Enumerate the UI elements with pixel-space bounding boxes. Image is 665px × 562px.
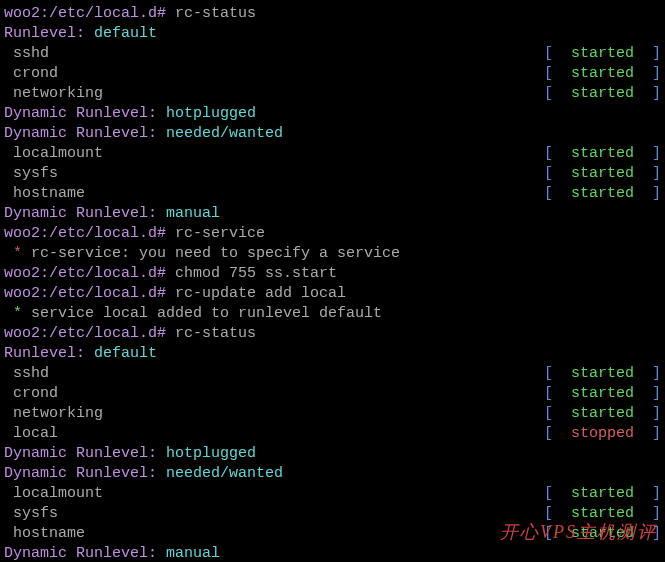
runlevel-label: Dynamic Runlevel: — [4, 105, 166, 122]
bracket: ] — [652, 65, 661, 82]
command: rc-status — [175, 325, 256, 342]
bracket: ] — [652, 505, 661, 522]
bracket: [ — [544, 385, 553, 402]
service-line: localmount[ started ] — [4, 144, 661, 164]
dynamic-runlevel-line: Dynamic Runlevel: needed/wanted — [4, 124, 661, 144]
service-line: sshd[ started ] — [4, 44, 661, 64]
message-line: * service local added to runlevel defaul… — [4, 304, 661, 324]
runlevel-label: Dynamic Runlevel: — [4, 205, 166, 222]
service-name: networking — [4, 404, 544, 424]
dynamic-runlevel-line: Dynamic Runlevel: hotplugged — [4, 104, 661, 124]
status-started: started — [553, 485, 652, 502]
bracket: [ — [544, 505, 553, 522]
status-started: started — [553, 365, 652, 382]
service-name: hostname — [4, 184, 544, 204]
service-name: hostname — [4, 524, 544, 544]
service-name: sysfs — [4, 164, 544, 184]
runlevel-value: needed/wanted — [166, 465, 283, 482]
service-name: sshd — [4, 44, 544, 64]
prompt: woo2:/etc/local.d# — [4, 5, 175, 22]
runlevel-label: Dynamic Runlevel: — [4, 445, 166, 462]
prompt: woo2:/etc/local.d# — [4, 265, 175, 282]
bracket: ] — [652, 385, 661, 402]
service-line: localmount[ started ] — [4, 484, 661, 504]
status-started: started — [553, 65, 652, 82]
bracket: [ — [544, 85, 553, 102]
service-line: local[ stopped ] — [4, 424, 661, 444]
star-icon: * — [4, 305, 31, 322]
bracket: [ — [544, 405, 553, 422]
service-name: sshd — [4, 364, 544, 384]
error-text: rc-service: you need to specify a servic… — [31, 245, 400, 262]
runlevel-label: Runlevel: — [4, 25, 94, 42]
status-stopped: stopped — [553, 425, 652, 442]
bracket: [ — [544, 365, 553, 382]
service-line: crond[ started ] — [4, 64, 661, 84]
service-line: hostname[ started ] — [4, 184, 661, 204]
command: rc-service — [175, 225, 265, 242]
bracket: ] — [652, 185, 661, 202]
prompt: woo2:/etc/local.d# — [4, 285, 175, 302]
service-name: crond — [4, 384, 544, 404]
service-line: sysfs[ started ] — [4, 164, 661, 184]
star-icon: * — [4, 245, 31, 262]
bracket: ] — [652, 425, 661, 442]
status-started: started — [553, 45, 652, 62]
bracket: ] — [652, 485, 661, 502]
bracket: ] — [652, 165, 661, 182]
service-name: local — [4, 424, 544, 444]
watermark-text: 开心VPS主机测评 — [500, 522, 657, 542]
prompt: woo2:/etc/local.d# — [4, 225, 175, 242]
status-started: started — [553, 385, 652, 402]
runlevel-value: default — [94, 25, 157, 42]
runlevel-value: needed/wanted — [166, 125, 283, 142]
bracket: ] — [652, 45, 661, 62]
service-name: networking — [4, 84, 544, 104]
message-text: service local added to runlevel default — [31, 305, 382, 322]
bracket: [ — [544, 185, 553, 202]
bracket: [ — [544, 485, 553, 502]
runlevel-value: manual — [166, 545, 220, 562]
service-line: sysfs[ started ] — [4, 504, 661, 524]
service-line: networking[ started ] — [4, 404, 661, 424]
bracket: ] — [652, 145, 661, 162]
command: rc-status — [175, 5, 256, 22]
prompt-line: woo2:/etc/local.d# rc-status — [4, 4, 661, 24]
status-started: started — [553, 405, 652, 422]
bracket: [ — [544, 45, 553, 62]
status-started: started — [553, 185, 652, 202]
runlevel-value: hotplugged — [166, 105, 256, 122]
bracket: [ — [544, 425, 553, 442]
bracket: ] — [652, 365, 661, 382]
service-name: localmount — [4, 484, 544, 504]
prompt-line: woo2:/etc/local.d# rc-service — [4, 224, 661, 244]
prompt-line: woo2:/etc/local.d# chmod 755 ss.start — [4, 264, 661, 284]
runlevel-label: Dynamic Runlevel: — [4, 125, 166, 142]
service-line: sshd[ started ] — [4, 364, 661, 384]
status-started: started — [553, 145, 652, 162]
runlevel-value: manual — [166, 205, 220, 222]
prompt-line: woo2:/etc/local.d# rc-update add local — [4, 284, 661, 304]
runlevel-value: hotplugged — [166, 445, 256, 462]
runlevel-label: Dynamic Runlevel: — [4, 545, 166, 562]
prompt: woo2:/etc/local.d# — [4, 325, 175, 342]
service-name: localmount — [4, 144, 544, 164]
bracket: ] — [652, 405, 661, 422]
prompt-line: woo2:/etc/local.d# rc-status — [4, 324, 661, 344]
dynamic-runlevel-line: Dynamic Runlevel: hotplugged — [4, 444, 661, 464]
runlevel-label: Dynamic Runlevel: — [4, 465, 166, 482]
dynamic-runlevel-line: Dynamic Runlevel: manual — [4, 204, 661, 224]
runlevel-line: Runlevel: default — [4, 344, 661, 364]
runlevel-value: default — [94, 345, 157, 362]
dynamic-runlevel-line: Dynamic Runlevel: manual — [4, 544, 661, 562]
service-name: crond — [4, 64, 544, 84]
service-line: crond[ started ] — [4, 384, 661, 404]
bracket: ] — [652, 85, 661, 102]
runlevel-label: Runlevel: — [4, 345, 94, 362]
runlevel-line: Runlevel: default — [4, 24, 661, 44]
dynamic-runlevel-line: Dynamic Runlevel: needed/wanted — [4, 464, 661, 484]
command: chmod 755 ss.start — [175, 265, 337, 282]
bracket: [ — [544, 65, 553, 82]
command: rc-update add local — [175, 285, 346, 302]
status-started: started — [553, 505, 652, 522]
